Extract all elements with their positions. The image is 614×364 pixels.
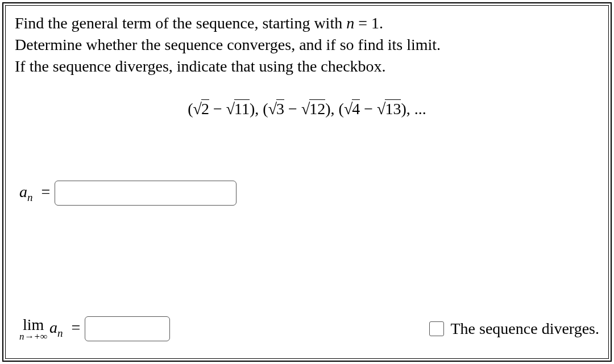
an-label: an =	[19, 183, 55, 204]
limit-row-left: lim n→+∞ an =	[19, 316, 170, 341]
sequence-display: (2 − 11), (3 − 12), (4 − 13), ...	[15, 99, 599, 118]
diverges-label: The sequence diverges.	[451, 320, 600, 338]
outer-frame: Find the general term of the sequence, s…	[2, 2, 612, 362]
problem-line-2: Determine whether the sequence converges…	[15, 36, 441, 53]
diverges-checkbox[interactable]	[429, 321, 444, 336]
general-term-row: an =	[15, 181, 599, 206]
diverges-group: The sequence diverges.	[429, 320, 600, 338]
limit-an-label: an =	[49, 319, 85, 340]
problem-statement: Find the general term of the sequence, s…	[15, 12, 599, 77]
limit-input[interactable]	[85, 316, 170, 341]
problem-line-3: If the sequence diverges, indicate that …	[15, 57, 386, 75]
problem-line-1-math: n = 1.	[346, 14, 383, 32]
general-term-input[interactable]	[55, 181, 237, 206]
inner-frame: Find the general term of the sequence, s…	[5, 5, 609, 359]
limit-row: lim n→+∞ an = The sequence diverges.	[15, 316, 599, 341]
problem-line-1: Find the general term of the sequence, s…	[15, 14, 346, 32]
limit-label: lim n→+∞	[19, 317, 47, 341]
